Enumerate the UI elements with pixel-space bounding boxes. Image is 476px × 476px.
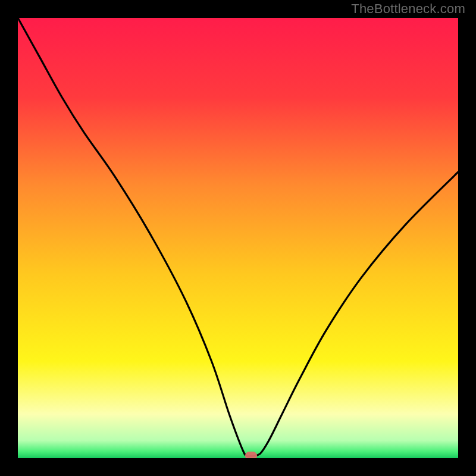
chart-frame: TheBottleneck.com <box>0 0 476 476</box>
plot-area <box>18 18 458 458</box>
minimum-marker <box>245 452 257 458</box>
chart-svg <box>18 18 458 458</box>
gradient-background <box>18 18 458 458</box>
watermark-text: TheBottleneck.com <box>351 1 465 17</box>
